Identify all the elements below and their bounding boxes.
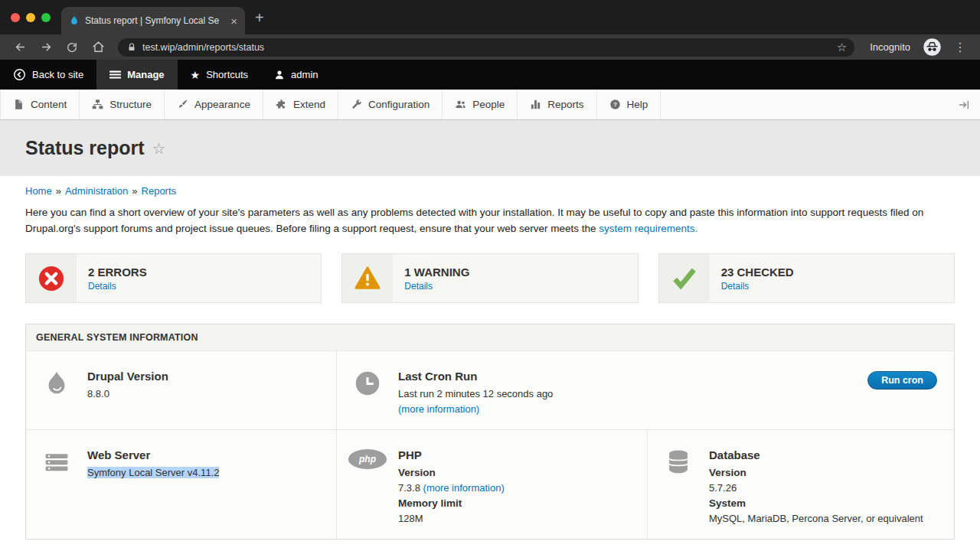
breadcrumb-home[interactable]: Home [25,185,52,197]
php-more-info-link[interactable]: (more information) [423,482,505,494]
system-info-panel: GENERAL SYSTEM INFORMATION Drupal Versio… [25,324,955,540]
user-label: admin [291,69,318,80]
window-zoom-button[interactable] [41,13,51,22]
system-info-row-1: Drupal Version 8.8.0 Last Cron Run Last … [26,351,954,429]
errors-card: 2 ERRORS Details [25,253,322,303]
menu-label: Configuration [368,99,430,110]
web-server-body: Web Server Symfony Local Server v4.11.2 [87,444,336,527]
clock-icon [337,365,398,417]
menu-item-people[interactable]: People [443,90,518,119]
tab-strip: Status report | Symfony Local Se × + [0,0,980,34]
php-title: PHP [398,448,635,461]
database-title: Database [709,448,942,461]
shortcuts-star-icon: ★ [191,69,201,81]
page-header: Status report ☆ [0,120,980,176]
system-info-row-2: Web Server Symfony Local Server v4.11.2 … [26,429,954,539]
window-close-button[interactable] [11,13,20,22]
admin-menu-bar: Content Structure Appearance Extend Conf… [0,90,980,120]
tab-close-icon[interactable]: × [230,15,237,27]
bookmark-star-icon[interactable]: ☆ [837,41,847,54]
window-controls [11,13,51,22]
warnings-details-link[interactable]: Details [404,281,469,292]
browser-menu-icon[interactable]: ⋮ [954,40,966,54]
help-icon: ? [609,99,621,110]
browser-tab[interactable]: Status report | Symfony Local Se × [61,7,245,34]
page-title: Status report [25,137,145,159]
database-version-label: Version [709,465,942,481]
shortcuts-label: Shortcuts [206,69,248,80]
run-cron-button[interactable]: Run cron [867,371,937,390]
drupal-drop-icon [26,365,87,417]
incognito-label: Incognito [870,41,910,53]
user-menu[interactable]: admin [261,60,331,90]
cron-more-info-link[interactable]: (more information) [398,403,479,415]
people-icon [455,99,466,110]
menu-item-reports[interactable]: Reports [518,90,596,119]
forward-icon[interactable] [35,37,57,57]
database-system-label: System [709,496,942,511]
new-tab-button[interactable]: + [255,9,264,27]
menu-item-appearance[interactable]: Appearance [165,90,263,119]
breadcrumb-separator: » [56,185,61,197]
warning-icon [342,254,393,302]
wrench-icon [351,99,362,110]
breadcrumb-reports[interactable]: Reports [142,185,177,197]
menu-label: Structure [109,99,152,110]
database-system-value: MySQL, MariaDB, Percona Server, or equiv… [709,511,942,527]
errors-count: 2 ERRORS [88,266,147,279]
php-cell: php PHP Version 7.3.8 (more information)… [336,430,647,539]
menu-item-content[interactable]: Content [0,90,80,119]
php-version-label: Version [398,465,635,481]
system-info-header: GENERAL SYSTEM INFORMATION [26,324,954,351]
php-version-value: 7.3.8 [398,482,420,494]
shortcuts-tab[interactable]: ★ Shortcuts [178,60,261,90]
favorite-star-icon[interactable]: ☆ [152,139,166,158]
menu-label: People [472,99,505,110]
menu-item-structure[interactable]: Structure [80,90,165,119]
user-icon [274,70,285,80]
browser-toolbar: test.wip/admin/reports/status ☆ Incognit… [0,34,980,60]
breadcrumb-administration[interactable]: Administration [65,185,128,197]
system-requirements-link[interactable]: system requirements. [599,223,697,234]
error-icon [26,254,77,302]
errors-details-link[interactable]: Details [88,281,147,292]
php-memory-value: 128M [398,511,635,527]
menu-item-configuration[interactable]: Configuration [338,90,443,119]
lock-icon [127,43,136,52]
menu-label: Help [627,99,648,110]
checked-card: 23 CHECKED Details [658,253,955,303]
main-content: Home»Administration»Reports Here you can… [0,185,980,540]
svg-text:?: ? [613,101,617,108]
errors-card-body: 2 ERRORS Details [77,254,147,302]
cron-title: Last Cron Run [398,370,942,383]
checked-details-link[interactable]: Details [721,281,794,292]
menu-item-help[interactable]: ? Help [597,90,662,119]
incognito-icon [923,37,942,57]
puzzle-icon [276,99,287,110]
menu-item-extend[interactable]: Extend [263,90,338,119]
cron-cell: Last Cron Run Last run 2 minutes 12 seco… [336,351,954,429]
back-icon[interactable] [9,37,31,57]
database-version-value: 5.7.26 [709,481,942,496]
hamburger-icon [109,69,121,80]
back-to-site-link[interactable]: Back to site [0,60,96,90]
php-body: PHP Version 7.3.8 (more information) Mem… [398,444,647,527]
checked-count: 23 CHECKED [721,266,794,279]
manage-tab[interactable]: Manage [96,60,177,90]
home-icon[interactable] [87,37,109,57]
back-to-site-icon [13,68,26,81]
drupal-admin-toolbar: Back to site Manage ★ Shortcuts admin [0,60,980,90]
checked-card-body: 23 CHECKED Details [710,254,794,302]
address-bar[interactable]: test.wip/admin/reports/status ☆ [118,38,854,57]
menu-label: Appearance [194,99,250,110]
warnings-card: 1 WARNING Details [341,253,638,303]
reload-icon[interactable] [61,37,83,57]
menu-label: Content [31,99,67,110]
paintbrush-icon [177,99,188,110]
database-icon [648,444,709,527]
status-summary-cards: 2 ERRORS Details 1 WARNING Details 23 CH… [25,253,955,303]
toolbar-collapse-icon[interactable] [954,96,974,114]
window-minimize-button[interactable] [26,13,35,22]
php-logo-icon: php [337,444,398,527]
intro-text: Here you can find a short overview of yo… [25,207,923,234]
